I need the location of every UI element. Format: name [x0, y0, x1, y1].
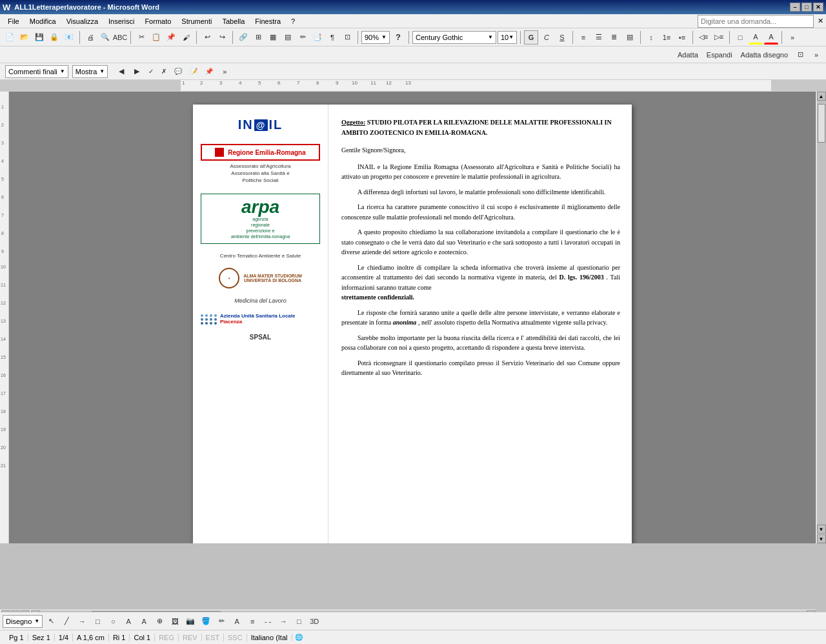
- highlight-button[interactable]: A: [749, 30, 763, 45]
- save-button[interactable]: 💾: [32, 30, 46, 45]
- open-button[interactable]: 📂: [17, 30, 32, 45]
- scroll-up-button[interactable]: ▲: [817, 92, 826, 101]
- scroll-down2-button[interactable]: ▼: [817, 534, 826, 543]
- scroll-down-button[interactable]: ▼: [817, 525, 826, 534]
- italic-button[interactable]: C: [539, 30, 554, 45]
- redo-button[interactable]: ↪: [215, 30, 229, 45]
- picture-extra-button[interactable]: ⊡: [793, 48, 807, 62]
- menu-modifica[interactable]: Modifica: [25, 16, 61, 26]
- table-button[interactable]: ⊞: [251, 30, 265, 45]
- vertical-scrollbar[interactable]: ▲ ▼ ▼: [816, 92, 826, 543]
- rect-button[interactable]: □: [90, 614, 105, 629]
- line-spacing-button[interactable]: ↕: [644, 30, 658, 45]
- line-style-button[interactable]: ≡: [245, 614, 259, 629]
- dash-style-button[interactable]: - -: [261, 614, 275, 629]
- bullet-list-button[interactable]: •≡: [675, 30, 689, 45]
- arrow-style-button[interactable]: →: [276, 614, 290, 629]
- link-button[interactable]: 🔗: [236, 30, 250, 45]
- menu-inserisci[interactable]: Inserisci: [103, 16, 139, 26]
- columns-button[interactable]: ▤: [281, 30, 295, 45]
- align-center-button[interactable]: ☰: [592, 30, 606, 45]
- preview-button[interactable]: 🔍: [98, 30, 112, 45]
- font-name-dropdown-icon[interactable]: ▼: [488, 34, 493, 40]
- more-review-button[interactable]: »: [217, 65, 232, 79]
- menu-visualizza[interactable]: Visualizza: [61, 16, 103, 26]
- search-input[interactable]: [698, 15, 814, 28]
- decrease-indent-button[interactable]: ◁≡: [696, 30, 710, 45]
- menu-tabella[interactable]: Tabella: [217, 16, 250, 26]
- line-button[interactable]: ╱: [59, 614, 74, 629]
- border-button[interactable]: □: [733, 30, 747, 45]
- showformat-button[interactable]: ¶: [325, 30, 339, 45]
- format-painter-button[interactable]: 🖌: [179, 30, 193, 45]
- 3d-button[interactable]: 3D: [307, 614, 321, 629]
- font-color-button[interactable]: A: [764, 30, 778, 45]
- cut-button[interactable]: ✂: [134, 30, 148, 45]
- help-button[interactable]: ?: [391, 30, 405, 45]
- scroll-track[interactable]: [817, 101, 826, 525]
- scroll-thumb[interactable]: [818, 104, 825, 143]
- increase-indent-button[interactable]: ▷≡: [712, 30, 726, 45]
- numbered-list-button[interactable]: 1≡: [660, 30, 674, 45]
- font-color-drawing-button[interactable]: A: [230, 614, 244, 629]
- minimize-button[interactable]: –: [790, 3, 800, 12]
- arrow-button[interactable]: →: [75, 614, 89, 629]
- clipart-button[interactable]: 🖼: [168, 614, 182, 629]
- align-left-button[interactable]: ≡: [576, 30, 590, 45]
- menu-help[interactable]: ?: [286, 16, 300, 26]
- maximize-button[interactable]: □: [801, 3, 812, 12]
- excel-button[interactable]: ▦: [266, 30, 280, 45]
- select-button[interactable]: ↖: [44, 614, 58, 629]
- shadow-button[interactable]: □: [292, 614, 306, 629]
- zoom-control[interactable]: 90% ▼: [361, 31, 390, 44]
- comments-dropdown[interactable]: Commenti finali ▼: [5, 65, 68, 78]
- adatta-button[interactable]: Adatta: [674, 48, 701, 62]
- showfull-button[interactable]: ⊡: [340, 30, 354, 45]
- menu-formato[interactable]: Formato: [139, 16, 176, 26]
- copy-button[interactable]: 📋: [149, 30, 163, 45]
- comment-button[interactable]: 💬: [171, 65, 185, 79]
- wordart-button[interactable]: A: [137, 614, 151, 629]
- espandi-button[interactable]: Espandi: [703, 48, 736, 62]
- menu-strumenti[interactable]: Strumenti: [176, 16, 217, 26]
- spellcheck-button[interactable]: ABC: [113, 30, 127, 45]
- docmap-button[interactable]: 📑: [310, 30, 325, 45]
- email-button[interactable]: 📧: [62, 30, 76, 45]
- bold-button[interactable]: G: [524, 30, 538, 45]
- new-button[interactable]: 📄: [3, 30, 17, 45]
- title-bar-controls[interactable]: – □ ✕: [790, 3, 823, 12]
- scroll-area[interactable]: IN @ IL Regione Emilia-Romagna Assessora…: [9, 92, 816, 543]
- picture-more-button[interactable]: »: [809, 48, 823, 62]
- drawing-dropdown[interactable]: Disegno ▼: [3, 615, 43, 628]
- insert-comment-button[interactable]: 📌: [202, 65, 216, 79]
- underline-button[interactable]: S: [555, 30, 569, 45]
- insert-image-button[interactable]: 📷: [183, 614, 197, 629]
- font-size-dropdown-icon[interactable]: ▼: [509, 34, 514, 40]
- align-right-button[interactable]: ≣: [607, 30, 621, 45]
- justify-button[interactable]: ▤: [623, 30, 637, 45]
- close-button[interactable]: ✕: [813, 3, 823, 12]
- font-name-box[interactable]: Century Gothic ▼: [412, 31, 496, 44]
- font-size-box[interactable]: 10 ▼: [498, 31, 517, 44]
- prev-change-button[interactable]: ◀: [114, 65, 128, 79]
- draw-button[interactable]: ✏: [296, 30, 310, 45]
- menu-file[interactable]: File: [3, 16, 25, 26]
- paste-button[interactable]: 📌: [164, 30, 178, 45]
- oval-button[interactable]: ○: [106, 614, 120, 629]
- reject-change-button[interactable]: ✗: [158, 65, 170, 79]
- adatta-disegno-button[interactable]: Adatta disegno: [738, 48, 791, 62]
- undo-button[interactable]: ↩: [200, 30, 214, 45]
- more-button[interactable]: »: [785, 30, 800, 45]
- diagram-button[interactable]: ⊕: [152, 614, 166, 629]
- show-dropdown[interactable]: Mostra ▼: [72, 65, 108, 78]
- close-pane-icon[interactable]: ✕: [818, 17, 823, 25]
- permission-button[interactable]: 🔒: [47, 30, 61, 45]
- next-change-button[interactable]: ▶: [130, 65, 144, 79]
- line-color-button[interactable]: ✏: [214, 614, 228, 629]
- fill-color-drawing-button[interactable]: 🪣: [199, 614, 213, 629]
- textbox-button[interactable]: A: [121, 614, 136, 629]
- menu-finestra[interactable]: Finestra: [250, 16, 286, 26]
- track-changes-button[interactable]: 📝: [186, 65, 201, 79]
- zoom-dropdown-icon[interactable]: ▼: [381, 34, 387, 40]
- accept-change-button[interactable]: ✓: [145, 65, 157, 79]
